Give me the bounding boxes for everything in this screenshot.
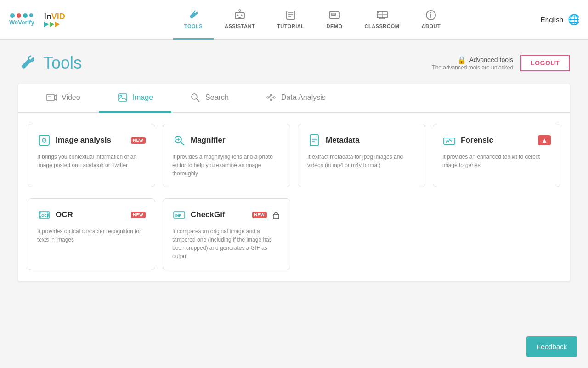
invid-text: InVID — [44, 12, 65, 22]
svg-text:🌐: 🌐 — [568, 14, 579, 26]
advanced-tools-block: 🔒 Advanced tools The advanced tools are … — [432, 56, 513, 71]
nav-item-demo[interactable]: DEMO — [316, 0, 354, 40]
tab-video[interactable]: Video — [28, 84, 99, 113]
wrench-icon — [18, 53, 38, 73]
card-ocr-title: OCR — [56, 210, 126, 219]
tab-video-label: Video — [62, 93, 80, 102]
dot-blue — [10, 13, 15, 18]
svg-rect-7 — [331, 13, 333, 15]
svg-rect-9 — [331, 15, 336, 16]
badge-new-image-analysis: NEW — [131, 137, 146, 144]
language-label: English — [541, 16, 563, 23]
tab-data-analysis-label: Data Analysis — [281, 93, 326, 102]
card-forensic[interactable]: Forensic ▲ It provides an enhanced toolk… — [433, 124, 560, 187]
demo-icon — [328, 9, 341, 22]
feedback-button[interactable]: Feedback — [526, 336, 577, 357]
card-ocr[interactable]: OCR OCR NEW It provides optical characte… — [28, 198, 155, 270]
svg-point-30 — [270, 99, 272, 101]
page-title-left: Tools — [18, 53, 82, 73]
arrow-teal — [44, 22, 49, 27]
data-analysis-tab-icon — [266, 92, 277, 103]
checkgif-icon: GIF — [172, 208, 186, 222]
card-checkgif[interactable]: GIF CheckGif NEW It compares an original… — [163, 198, 290, 270]
card-checkgif-header: GIF CheckGif NEW — [172, 208, 281, 222]
card-magnifier-title: Magnifier — [191, 136, 281, 145]
image-tab-icon — [117, 92, 128, 103]
card-metadata-header: Metadata — [307, 133, 416, 147]
dot-extra — [29, 13, 33, 17]
card-metadata[interactable]: Metadata It extract metadata for jpeg im… — [298, 124, 425, 187]
tab-search-label: Search — [205, 93, 229, 102]
badge-new-ocr: NEW — [131, 212, 146, 218]
card-checkgif-desc: It compares an original image and a tamp… — [172, 227, 281, 260]
svg-text:GIF: GIF — [175, 213, 181, 218]
page-title: Tools — [43, 53, 82, 73]
card-image-analysis-header: i Image analysis NEW — [37, 133, 146, 147]
cards-row-2: OCR OCR NEW It provides optical characte… — [18, 198, 570, 281]
svg-point-24 — [120, 95, 122, 97]
nav-item-about[interactable]: ABOUT — [411, 0, 452, 40]
card-image-analysis[interactable]: i Image analysis NEW It brings you conte… — [28, 124, 155, 187]
card-magnifier-desc: It provides a magnifying lens and a phot… — [172, 153, 281, 178]
nav-item-tutorial[interactable]: TUTORIAL — [266, 0, 315, 40]
svg-rect-5 — [287, 11, 295, 19]
forensic-icon — [442, 133, 456, 147]
tab-image[interactable]: Image — [99, 84, 171, 113]
card-metadata-desc: It extract metadata for jpeg images and … — [307, 153, 416, 169]
svg-line-34 — [269, 96, 271, 98]
page-title-area: Tools 🔒 Advanced tools The advanced tool… — [18, 53, 570, 73]
invid-arrows — [44, 22, 65, 27]
assistant-icon — [233, 9, 246, 22]
svg-point-3 — [237, 15, 239, 16]
svg-point-25 — [192, 94, 197, 99]
svg-rect-42 — [310, 135, 318, 146]
nav-item-assistant[interactable]: ASSISTANT — [214, 0, 266, 40]
advanced-tools-sub: The advanced tools are unlocked — [432, 64, 513, 71]
svg-point-4 — [241, 15, 243, 16]
ocr-icon: OCR — [37, 208, 51, 222]
nav-item-classroom[interactable]: CLASSROOM — [354, 0, 411, 40]
card-magnifier[interactable]: Magnifier It provides a magnifying lens … — [163, 124, 290, 187]
translate-icon: 🌐 — [567, 14, 579, 26]
card-forensic-desc: It provides an enhanced toolkit to detec… — [442, 153, 551, 169]
arrow-orange — [55, 22, 60, 27]
tutorial-icon — [284, 9, 297, 22]
svg-point-29 — [273, 97, 275, 98]
header: WeVerify InVID TOOLS — [0, 0, 588, 40]
svg-point-16 — [377, 12, 378, 13]
nav-label-tools: TOOLS — [184, 23, 203, 29]
logo-area: WeVerify InVID — [9, 12, 101, 27]
card-metadata-title: Metadata — [326, 136, 416, 145]
tabs-header: Video Image — [18, 84, 570, 113]
card-ocr-desc: It provides optical character recognitio… — [37, 227, 146, 244]
nav-item-tools[interactable]: TOOLS — [173, 0, 214, 40]
tab-image-label: Image — [133, 93, 153, 102]
tab-search[interactable]: Search — [171, 84, 247, 113]
svg-line-26 — [197, 99, 199, 102]
tab-data-analysis[interactable]: Data Analysis — [247, 84, 344, 113]
badge-new-checkgif: NEW — [252, 212, 267, 218]
language-selector[interactable]: English 🌐 — [524, 14, 579, 26]
logout-button[interactable]: LOGOUT — [520, 55, 570, 71]
cards-row-1: i Image analysis NEW It brings you conte… — [18, 113, 570, 198]
svg-rect-55 — [273, 214, 279, 218]
svg-rect-23 — [119, 94, 127, 101]
svg-point-27 — [267, 97, 269, 98]
tabs-container: Video Image — [18, 84, 570, 281]
arrow-green — [50, 22, 54, 27]
metadata-icon — [307, 133, 321, 147]
card-forensic-header: Forensic ▲ — [442, 133, 551, 147]
logo-dots — [10, 13, 33, 18]
card-forensic-title: Forensic — [461, 136, 533, 145]
tools-icon — [187, 9, 200, 22]
nav-label-about: ABOUT — [422, 23, 441, 29]
svg-point-1 — [239, 10, 241, 12]
advanced-tools-label: 🔒 Advanced tools — [432, 56, 513, 64]
svg-text:i: i — [43, 138, 45, 143]
nav-label-classroom: CLASSROOM — [365, 23, 400, 29]
card-checkgif-title: CheckGif — [191, 210, 248, 219]
weverify-logo: WeVerify — [9, 13, 34, 26]
badge-update-forensic: ▲ — [538, 135, 551, 145]
svg-rect-21 — [47, 94, 54, 101]
weverify-text: WeVerify — [9, 19, 34, 26]
